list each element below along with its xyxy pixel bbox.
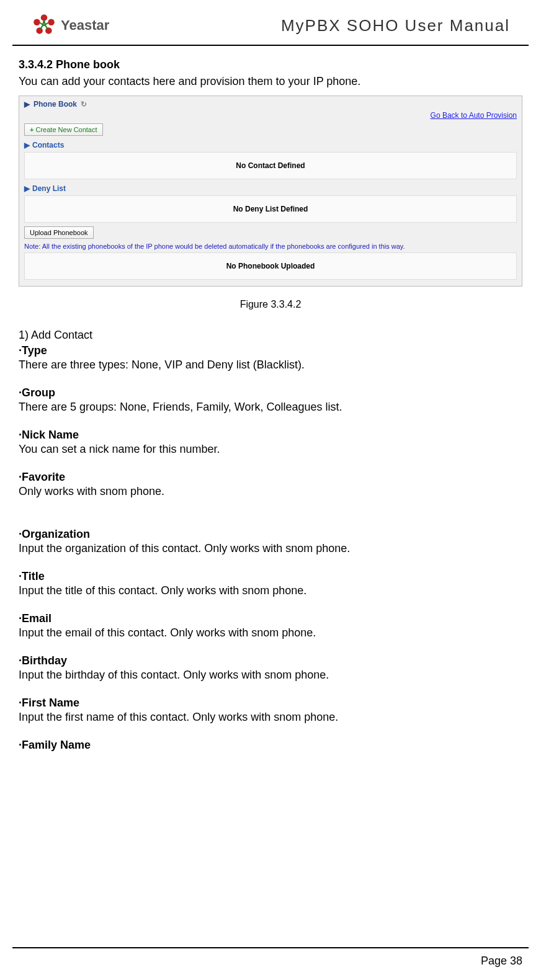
svg-point-0 — [41, 14, 48, 21]
chevron-right-icon: ▶ — [24, 184, 30, 193]
field-type-label: ·Type — [19, 344, 522, 357]
refresh-icon: ↻ — [81, 100, 87, 109]
yeastar-logo-icon — [31, 12, 57, 38]
screenshot-title-bar: ▶ Phone Book ↻ — [24, 100, 517, 109]
field-title-label: ·Title — [19, 570, 522, 583]
phonebook-empty-state: No Phonebook Uploaded — [24, 252, 517, 280]
chevron-right-icon: ▶ — [24, 141, 30, 149]
field-nickname-desc: You can set a nick name for this number. — [19, 443, 522, 456]
denylist-section-header[interactable]: ▶Deny List — [24, 184, 517, 193]
field-email-label: ·Email — [19, 612, 522, 625]
phonebook-note: Note: All the existing phonebooks of the… — [24, 243, 517, 250]
page-footer: Page 38 — [12, 947, 529, 968]
chevron-right-icon: ▶ — [24, 100, 30, 109]
section-intro: You can add your contacts here and provi… — [19, 75, 522, 88]
phonebook-screenshot: ▶ Phone Book ↻ Go Back to Auto Provision… — [19, 96, 522, 287]
field-organization-desc: Input the organization of this contact. … — [19, 542, 522, 555]
create-contact-label: Create New Contact — [36, 126, 97, 133]
field-firstname-label: ·First Name — [19, 697, 522, 710]
svg-point-3 — [36, 27, 43, 34]
svg-point-1 — [34, 19, 40, 26]
upload-phonebook-button[interactable]: Upload Phonebook — [24, 226, 94, 239]
field-title-desc: Input the title of this contact. Only wo… — [19, 584, 522, 597]
brand-name: Yeastar — [61, 17, 109, 33]
page-content: 3.3.4.2 Phone book You can add your cont… — [0, 46, 541, 759]
field-type-desc: There are three types: None, VIP and Den… — [19, 359, 522, 372]
page-header: Yeastar MyPBX SOHO User Manual — [12, 0, 529, 46]
denylist-empty-state: No Deny List Defined — [24, 195, 517, 223]
denylist-label: Deny List — [32, 184, 66, 193]
field-birthday-label: ·Birthday — [19, 654, 522, 667]
field-organization-label: ·Organization — [19, 528, 522, 541]
field-nickname-label: ·Nick Name — [19, 429, 522, 442]
document-title: MyPBX SOHO User Manual — [281, 16, 510, 35]
screenshot-title: Phone Book — [34, 100, 77, 109]
field-favorite-label: ·Favorite — [19, 471, 522, 484]
contacts-empty-state: No Contact Defined — [24, 152, 517, 179]
field-group-label: ·Group — [19, 386, 522, 399]
create-contact-button[interactable]: + Create New Contact — [24, 123, 103, 136]
contacts-label: Contacts — [32, 141, 64, 149]
field-email-desc: Input the email of this contact. Only wo… — [19, 626, 522, 639]
svg-point-2 — [48, 19, 55, 26]
field-birthday-desc: Input the birthday of this contact. Only… — [19, 669, 522, 682]
section-heading: 3.3.4.2 Phone book — [19, 58, 522, 71]
figure-caption: Figure 3.3.4.2 — [19, 299, 522, 310]
contacts-section-header[interactable]: ▶Contacts — [24, 141, 517, 149]
svg-point-4 — [45, 27, 52, 34]
page-number: Page 38 — [481, 955, 522, 968]
field-firstname-desc: Input the first name of this contact. On… — [19, 711, 522, 724]
field-favorite-desc: Only works with snom phone. — [19, 485, 522, 498]
field-familyname-label: ·Family Name — [19, 739, 522, 752]
field-group-desc: There are 5 groups: None, Friends, Famil… — [19, 401, 522, 414]
add-contact-list-item: 1) Add Contact — [19, 329, 522, 342]
back-to-provision-link[interactable]: Go Back to Auto Provision — [24, 111, 517, 120]
brand-logo: Yeastar — [31, 12, 109, 38]
plus-icon: + — [30, 126, 34, 133]
